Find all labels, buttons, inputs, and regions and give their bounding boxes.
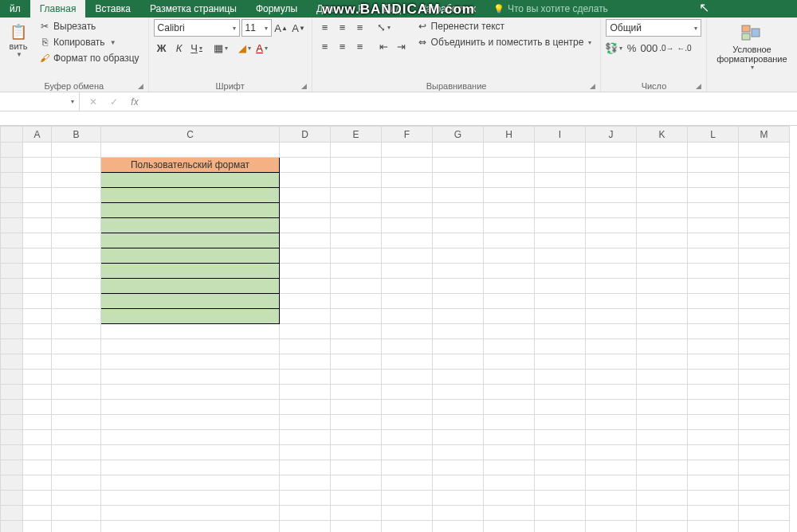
- cell[interactable]: [433, 415, 484, 430]
- cell[interactable]: [52, 279, 101, 294]
- cell[interactable]: [535, 385, 586, 400]
- wrap-text-button[interactable]: ↩ Перенести текст: [413, 19, 596, 33]
- cell[interactable]: [433, 173, 484, 188]
- cell[interactable]: [52, 324, 101, 339]
- cell[interactable]: [23, 370, 52, 385]
- cell[interactable]: [535, 339, 586, 354]
- decrease-indent-button[interactable]: ⇤: [376, 38, 392, 54]
- cell[interactable]: [382, 415, 433, 430]
- cell[interactable]: [280, 143, 331, 158]
- font-size-select[interactable]: 11 ▾: [241, 19, 272, 37]
- row-header[interactable]: [1, 339, 23, 354]
- cell[interactable]: [433, 279, 484, 294]
- cell[interactable]: [535, 506, 586, 521]
- cell[interactable]: [739, 324, 790, 339]
- cell[interactable]: [382, 430, 433, 445]
- cell[interactable]: [535, 491, 586, 506]
- cell[interactable]: [637, 188, 688, 203]
- cell[interactable]: [23, 279, 52, 294]
- cell[interactable]: [23, 218, 52, 233]
- cell[interactable]: [23, 460, 52, 475]
- cell[interactable]: Пользовательский формат: [101, 158, 280, 173]
- cell[interactable]: [382, 370, 433, 385]
- cell[interactable]: [586, 158, 637, 173]
- increase-font-button[interactable]: A▲: [273, 20, 289, 36]
- row-header[interactable]: [1, 445, 23, 460]
- cell[interactable]: [586, 203, 637, 218]
- cell[interactable]: [433, 339, 484, 354]
- cell[interactable]: [688, 248, 739, 264]
- cell[interactable]: [382, 173, 433, 188]
- cell[interactable]: [101, 430, 280, 445]
- cell[interactable]: [52, 400, 101, 415]
- cell[interactable]: [101, 354, 280, 370]
- cell[interactable]: [280, 521, 331, 533]
- row-header[interactable]: [1, 294, 23, 309]
- cell[interactable]: [688, 294, 739, 309]
- cell[interactable]: [280, 430, 331, 445]
- cell[interactable]: [52, 445, 101, 460]
- cell[interactable]: [586, 506, 637, 521]
- cell[interactable]: [52, 339, 101, 354]
- cell[interactable]: [101, 143, 280, 158]
- cell[interactable]: [484, 445, 535, 460]
- cell[interactable]: [280, 279, 331, 294]
- cell[interactable]: [382, 339, 433, 354]
- cell[interactable]: [688, 491, 739, 506]
- cell[interactable]: [484, 339, 535, 354]
- cell[interactable]: [433, 143, 484, 158]
- cell[interactable]: [101, 248, 280, 264]
- cell[interactable]: [688, 460, 739, 475]
- cell[interactable]: [586, 279, 637, 294]
- cell[interactable]: [280, 460, 331, 475]
- conditional-formatting-button[interactable]: Условное форматирование ▾: [712, 19, 791, 74]
- cell[interactable]: [688, 430, 739, 445]
- cell[interactable]: [23, 415, 52, 430]
- cell[interactable]: [331, 173, 382, 188]
- cell[interactable]: [637, 309, 688, 324]
- row-header[interactable]: [1, 430, 23, 445]
- column-header[interactable]: K: [637, 127, 688, 143]
- cell[interactable]: [331, 324, 382, 339]
- cell[interactable]: [331, 279, 382, 294]
- cell[interactable]: [586, 173, 637, 188]
- cell[interactable]: [739, 354, 790, 370]
- cell[interactable]: [23, 400, 52, 415]
- cell[interactable]: [535, 203, 586, 218]
- row-header[interactable]: [1, 415, 23, 430]
- chevron-down-icon[interactable]: ▾: [71, 98, 74, 105]
- cell[interactable]: [739, 264, 790, 279]
- decrease-decimal-button[interactable]: ←.0: [676, 40, 692, 56]
- row-header[interactable]: [1, 248, 23, 264]
- increase-decimal-button[interactable]: .0→: [658, 40, 674, 56]
- cell[interactable]: [637, 264, 688, 279]
- cell[interactable]: [52, 309, 101, 324]
- row-header[interactable]: [1, 400, 23, 415]
- cell[interactable]: [637, 385, 688, 400]
- cell[interactable]: [739, 143, 790, 158]
- cell[interactable]: [688, 400, 739, 415]
- cell[interactable]: [688, 203, 739, 218]
- cell[interactable]: [382, 188, 433, 203]
- cell[interactable]: [484, 294, 535, 309]
- cell[interactable]: [52, 248, 101, 264]
- cell[interactable]: [484, 415, 535, 430]
- cell[interactable]: [101, 491, 280, 506]
- dialog-launcher-icon[interactable]: ◢: [590, 82, 595, 90]
- cell[interactable]: [433, 248, 484, 264]
- cell[interactable]: [535, 460, 586, 475]
- align-right-button[interactable]: ≡: [352, 38, 368, 54]
- cell[interactable]: [331, 445, 382, 460]
- cell[interactable]: [280, 294, 331, 309]
- cell[interactable]: [280, 264, 331, 279]
- merge-center-button[interactable]: ⇔ Объединить и поместить в центре ▾: [413, 35, 596, 49]
- cell[interactable]: [688, 415, 739, 430]
- dialog-launcher-icon[interactable]: ◢: [138, 82, 143, 90]
- cell[interactable]: [535, 173, 586, 188]
- decrease-font-button[interactable]: A▼: [291, 20, 307, 36]
- cell[interactable]: [535, 324, 586, 339]
- cell[interactable]: [23, 445, 52, 460]
- cell[interactable]: [23, 339, 52, 354]
- cell[interactable]: [637, 173, 688, 188]
- cell[interactable]: [586, 233, 637, 248]
